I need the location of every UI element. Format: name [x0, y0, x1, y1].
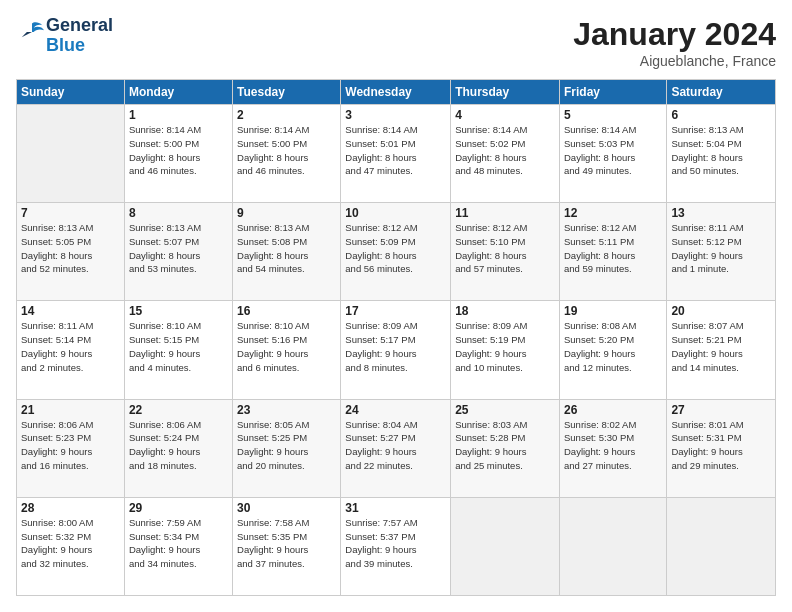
calendar-day-cell: 12Sunrise: 8:12 AMSunset: 5:11 PMDayligh…: [559, 203, 666, 301]
day-info-line: Daylight: 8 hours: [455, 152, 526, 163]
day-info-line: Sunset: 5:27 PM: [345, 432, 415, 443]
day-info-line: Sunset: 5:21 PM: [671, 334, 741, 345]
day-info-line: and 2 minutes.: [21, 362, 83, 373]
day-info: Sunrise: 8:14 AMSunset: 5:00 PMDaylight:…: [129, 123, 228, 178]
day-info-line: Sunrise: 8:13 AM: [671, 124, 743, 135]
day-info-line: and 52 minutes.: [21, 263, 89, 274]
day-info-line: Sunset: 5:37 PM: [345, 531, 415, 542]
day-number: 16: [237, 304, 336, 318]
day-number: 8: [129, 206, 228, 220]
day-info-line: and 14 minutes.: [671, 362, 739, 373]
day-info-line: and 32 minutes.: [21, 558, 89, 569]
day-info-line: Sunset: 5:00 PM: [129, 138, 199, 149]
day-info-line: Daylight: 8 hours: [237, 250, 308, 261]
day-number: 20: [671, 304, 771, 318]
weekday-header-cell: Tuesday: [233, 80, 341, 105]
day-info: Sunrise: 8:08 AMSunset: 5:20 PMDaylight:…: [564, 319, 662, 374]
day-info-line: Sunrise: 8:00 AM: [21, 517, 93, 528]
day-info-line: Daylight: 8 hours: [345, 250, 416, 261]
calendar-day-cell: 27Sunrise: 8:01 AMSunset: 5:31 PMDayligh…: [667, 399, 776, 497]
day-info: Sunrise: 8:05 AMSunset: 5:25 PMDaylight:…: [237, 418, 336, 473]
day-info: Sunrise: 8:12 AMSunset: 5:10 PMDaylight:…: [455, 221, 555, 276]
calendar-day-cell: 31Sunrise: 7:57 AMSunset: 5:37 PMDayligh…: [341, 497, 451, 595]
day-info-line: Sunset: 5:15 PM: [129, 334, 199, 345]
day-info: Sunrise: 8:03 AMSunset: 5:28 PMDaylight:…: [455, 418, 555, 473]
day-info: Sunrise: 8:13 AMSunset: 5:04 PMDaylight:…: [671, 123, 771, 178]
day-info-line: Sunset: 5:14 PM: [21, 334, 91, 345]
day-info-line: Sunset: 5:02 PM: [455, 138, 525, 149]
day-info-line: Sunset: 5:34 PM: [129, 531, 199, 542]
day-number: 19: [564, 304, 662, 318]
calendar-day-cell: 13Sunrise: 8:11 AMSunset: 5:12 PMDayligh…: [667, 203, 776, 301]
page: General Blue January 2024 Aigueblanche, …: [0, 0, 792, 612]
day-info-line: Sunset: 5:19 PM: [455, 334, 525, 345]
day-number: 17: [345, 304, 446, 318]
day-info-line: Daylight: 8 hours: [129, 250, 200, 261]
day-info-line: and 46 minutes.: [129, 165, 197, 176]
day-info-line: Daylight: 8 hours: [455, 250, 526, 261]
day-info: Sunrise: 8:14 AMSunset: 5:00 PMDaylight:…: [237, 123, 336, 178]
day-info-line: Sunrise: 8:10 AM: [129, 320, 201, 331]
day-info-line: and 12 minutes.: [564, 362, 632, 373]
day-info-line: and 16 minutes.: [21, 460, 89, 471]
calendar-day-cell: 30Sunrise: 7:58 AMSunset: 5:35 PMDayligh…: [233, 497, 341, 595]
day-info-line: and 1 minute.: [671, 263, 729, 274]
day-info-line: and 29 minutes.: [671, 460, 739, 471]
day-info-line: and 4 minutes.: [129, 362, 191, 373]
day-info-line: Sunrise: 7:58 AM: [237, 517, 309, 528]
day-number: 4: [455, 108, 555, 122]
day-info-line: and 6 minutes.: [237, 362, 299, 373]
day-info-line: Sunset: 5:11 PM: [564, 236, 634, 247]
day-info-line: Sunset: 5:10 PM: [455, 236, 525, 247]
day-info-line: Sunrise: 8:13 AM: [129, 222, 201, 233]
calendar-day-cell: 3Sunrise: 8:14 AMSunset: 5:01 PMDaylight…: [341, 105, 451, 203]
day-info: Sunrise: 8:00 AMSunset: 5:32 PMDaylight:…: [21, 516, 120, 571]
day-number: 24: [345, 403, 446, 417]
day-info-line: Sunset: 5:12 PM: [671, 236, 741, 247]
calendar-day-cell: 10Sunrise: 8:12 AMSunset: 5:09 PMDayligh…: [341, 203, 451, 301]
day-number: 14: [21, 304, 120, 318]
day-info-line: Sunrise: 8:14 AM: [345, 124, 417, 135]
day-info-line: Daylight: 9 hours: [129, 446, 200, 457]
calendar-day-cell: 23Sunrise: 8:05 AMSunset: 5:25 PMDayligh…: [233, 399, 341, 497]
day-info: Sunrise: 8:06 AMSunset: 5:23 PMDaylight:…: [21, 418, 120, 473]
calendar-day-cell: 1Sunrise: 8:14 AMSunset: 5:00 PMDaylight…: [124, 105, 232, 203]
day-info-line: Sunrise: 8:05 AM: [237, 419, 309, 430]
day-info-line: Sunset: 5:03 PM: [564, 138, 634, 149]
day-info-line: Daylight: 9 hours: [455, 446, 526, 457]
day-info-line: Daylight: 9 hours: [237, 348, 308, 359]
day-info-line: Daylight: 8 hours: [21, 250, 92, 261]
day-info-line: Daylight: 9 hours: [237, 544, 308, 555]
day-info-line: Sunset: 5:28 PM: [455, 432, 525, 443]
calendar-day-cell: 5Sunrise: 8:14 AMSunset: 5:03 PMDaylight…: [559, 105, 666, 203]
day-info: Sunrise: 8:13 AMSunset: 5:05 PMDaylight:…: [21, 221, 120, 276]
day-info-line: and 47 minutes.: [345, 165, 413, 176]
day-info-line: and 25 minutes.: [455, 460, 523, 471]
day-info-line: Sunset: 5:25 PM: [237, 432, 307, 443]
day-info-line: and 18 minutes.: [129, 460, 197, 471]
calendar-day-cell: 11Sunrise: 8:12 AMSunset: 5:10 PMDayligh…: [451, 203, 560, 301]
day-info-line: Sunrise: 8:14 AM: [455, 124, 527, 135]
day-info-line: Sunrise: 8:04 AM: [345, 419, 417, 430]
day-info-line: Sunrise: 8:11 AM: [21, 320, 93, 331]
calendar-day-cell: 2Sunrise: 8:14 AMSunset: 5:00 PMDaylight…: [233, 105, 341, 203]
header: General Blue January 2024 Aigueblanche, …: [16, 16, 776, 69]
day-info-line: Daylight: 9 hours: [671, 446, 742, 457]
day-info-line: Sunrise: 8:11 AM: [671, 222, 743, 233]
calendar-day-cell: 28Sunrise: 8:00 AMSunset: 5:32 PMDayligh…: [17, 497, 125, 595]
calendar-day-cell: 24Sunrise: 8:04 AMSunset: 5:27 PMDayligh…: [341, 399, 451, 497]
day-info-line: Sunset: 5:16 PM: [237, 334, 307, 345]
day-info: Sunrise: 8:12 AMSunset: 5:11 PMDaylight:…: [564, 221, 662, 276]
location: Aigueblanche, France: [573, 53, 776, 69]
day-info-line: and 48 minutes.: [455, 165, 523, 176]
title-area: January 2024 Aigueblanche, France: [573, 16, 776, 69]
day-info-line: Sunrise: 8:12 AM: [345, 222, 417, 233]
day-info-line: Sunrise: 8:12 AM: [564, 222, 636, 233]
day-info-line: Sunset: 5:08 PM: [237, 236, 307, 247]
day-info: Sunrise: 8:04 AMSunset: 5:27 PMDaylight:…: [345, 418, 446, 473]
day-info: Sunrise: 8:11 AMSunset: 5:14 PMDaylight:…: [21, 319, 120, 374]
calendar-day-cell: 29Sunrise: 7:59 AMSunset: 5:34 PMDayligh…: [124, 497, 232, 595]
day-number: 9: [237, 206, 336, 220]
day-info-line: Daylight: 9 hours: [129, 348, 200, 359]
day-info-line: and 56 minutes.: [345, 263, 413, 274]
